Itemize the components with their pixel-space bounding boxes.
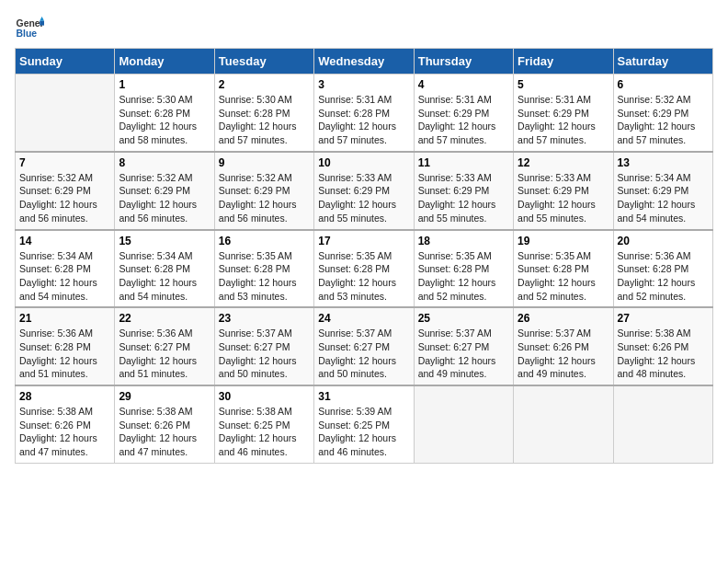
day-number: 17 — [318, 235, 409, 247]
header-wednesday: Wednesday — [314, 49, 414, 75]
day-info: Sunrise: 5:39 AMSunset: 6:25 PMDaylight:… — [318, 405, 409, 459]
day-number: 26 — [518, 312, 609, 325]
calendar-cell: 1Sunrise: 5:30 AMSunset: 6:28 PMDaylight… — [115, 75, 214, 152]
calendar-cell: 8Sunrise: 5:32 AMSunset: 6:29 PMDaylight… — [115, 152, 214, 230]
calendar-cell: 14Sunrise: 5:34 AMSunset: 6:28 PMDayligh… — [16, 230, 115, 308]
day-info: Sunrise: 5:33 AMSunset: 6:29 PMDaylight:… — [418, 171, 509, 225]
day-info: Sunrise: 5:33 AMSunset: 6:29 PMDaylight:… — [518, 171, 609, 225]
calendar-cell: 5Sunrise: 5:31 AMSunset: 6:29 PMDaylight… — [514, 75, 613, 152]
day-number: 27 — [618, 312, 709, 325]
calendar-cell: 21Sunrise: 5:36 AMSunset: 6:28 PMDayligh… — [16, 307, 115, 385]
calendar-cell: 13Sunrise: 5:34 AMSunset: 6:29 PMDayligh… — [613, 152, 712, 230]
day-info: Sunrise: 5:33 AMSunset: 6:29 PMDaylight:… — [318, 171, 409, 225]
day-number: 7 — [19, 156, 110, 169]
calendar-cell: 4Sunrise: 5:31 AMSunset: 6:29 PMDaylight… — [414, 75, 513, 152]
day-number: 14 — [19, 235, 110, 247]
day-number: 8 — [119, 156, 210, 169]
day-number: 24 — [318, 312, 409, 325]
day-info: Sunrise: 5:35 AMSunset: 6:28 PMDaylight:… — [418, 249, 509, 304]
logo-icon: General Blue — [15, 15, 44, 40]
calendar-cell: 9Sunrise: 5:32 AMSunset: 6:29 PMDaylight… — [214, 152, 313, 230]
calendar-table: SundayMondayTuesdayWednesdayThursdayFrid… — [15, 48, 713, 464]
day-info: Sunrise: 5:32 AMSunset: 6:29 PMDaylight:… — [618, 93, 709, 147]
week-row-3: 14Sunrise: 5:34 AMSunset: 6:28 PMDayligh… — [16, 230, 713, 308]
header-friday: Friday — [514, 49, 613, 75]
header-saturday: Saturday — [613, 49, 712, 75]
day-info: Sunrise: 5:37 AMSunset: 6:27 PMDaylight:… — [318, 327, 409, 381]
week-row-4: 21Sunrise: 5:36 AMSunset: 6:28 PMDayligh… — [16, 307, 713, 385]
day-number: 1 — [119, 78, 210, 91]
day-info: Sunrise: 5:35 AMSunset: 6:28 PMDaylight:… — [318, 249, 409, 304]
day-number: 19 — [518, 235, 609, 247]
day-info: Sunrise: 5:34 AMSunset: 6:29 PMDaylight:… — [618, 171, 709, 225]
calendar-cell: 2Sunrise: 5:30 AMSunset: 6:28 PMDaylight… — [214, 75, 313, 152]
calendar-cell: 12Sunrise: 5:33 AMSunset: 6:29 PMDayligh… — [514, 152, 613, 230]
day-number: 2 — [219, 78, 310, 91]
day-number: 21 — [19, 312, 110, 325]
day-number: 31 — [318, 390, 409, 403]
day-info: Sunrise: 5:36 AMSunset: 6:28 PMDaylight:… — [19, 327, 110, 381]
day-number: 5 — [518, 78, 609, 91]
day-info: Sunrise: 5:37 AMSunset: 6:27 PMDaylight:… — [219, 327, 310, 381]
day-info: Sunrise: 5:36 AMSunset: 6:27 PMDaylight:… — [119, 327, 210, 381]
svg-marker-3 — [40, 21, 44, 26]
calendar-cell: 6Sunrise: 5:32 AMSunset: 6:29 PMDaylight… — [613, 75, 712, 152]
day-number: 16 — [219, 235, 310, 247]
day-info: Sunrise: 5:38 AMSunset: 6:25 PMDaylight:… — [219, 405, 310, 459]
header-thursday: Thursday — [414, 49, 513, 75]
day-info: Sunrise: 5:34 AMSunset: 6:28 PMDaylight:… — [119, 249, 210, 304]
calendar-header-row: SundayMondayTuesdayWednesdayThursdayFrid… — [16, 49, 713, 75]
day-number: 10 — [318, 156, 409, 169]
day-number: 6 — [618, 78, 709, 91]
calendar-cell: 31Sunrise: 5:39 AMSunset: 6:25 PMDayligh… — [314, 385, 414, 463]
day-number: 23 — [219, 312, 310, 325]
calendar-cell: 30Sunrise: 5:38 AMSunset: 6:25 PMDayligh… — [214, 385, 313, 463]
header-tuesday: Tuesday — [214, 49, 313, 75]
calendar-cell: 18Sunrise: 5:35 AMSunset: 6:28 PMDayligh… — [414, 230, 513, 308]
calendar-cell — [16, 75, 115, 152]
calendar-cell: 20Sunrise: 5:36 AMSunset: 6:28 PMDayligh… — [613, 230, 712, 308]
day-number: 15 — [119, 235, 210, 247]
week-row-5: 28Sunrise: 5:38 AMSunset: 6:26 PMDayligh… — [16, 385, 713, 463]
calendar-cell: 28Sunrise: 5:38 AMSunset: 6:26 PMDayligh… — [16, 385, 115, 463]
day-info: Sunrise: 5:37 AMSunset: 6:27 PMDaylight:… — [418, 327, 509, 381]
day-info: Sunrise: 5:31 AMSunset: 6:29 PMDaylight:… — [418, 93, 509, 147]
day-number: 28 — [19, 390, 110, 403]
day-number: 13 — [618, 156, 709, 169]
calendar-cell: 7Sunrise: 5:32 AMSunset: 6:29 PMDaylight… — [16, 152, 115, 230]
day-info: Sunrise: 5:32 AMSunset: 6:29 PMDaylight:… — [219, 171, 310, 225]
day-info: Sunrise: 5:30 AMSunset: 6:28 PMDaylight:… — [219, 93, 310, 147]
calendar-cell: 27Sunrise: 5:38 AMSunset: 6:26 PMDayligh… — [613, 307, 712, 385]
day-number: 20 — [618, 235, 709, 247]
calendar-cell: 16Sunrise: 5:35 AMSunset: 6:28 PMDayligh… — [214, 230, 313, 308]
calendar-cell: 24Sunrise: 5:37 AMSunset: 6:27 PMDayligh… — [314, 307, 414, 385]
week-row-2: 7Sunrise: 5:32 AMSunset: 6:29 PMDaylight… — [16, 152, 713, 230]
header-monday: Monday — [115, 49, 214, 75]
day-number: 3 — [318, 78, 409, 91]
header-sunday: Sunday — [16, 49, 115, 75]
day-info: Sunrise: 5:38 AMSunset: 6:26 PMDaylight:… — [119, 405, 210, 459]
day-info: Sunrise: 5:36 AMSunset: 6:28 PMDaylight:… — [618, 249, 709, 304]
day-info: Sunrise: 5:31 AMSunset: 6:29 PMDaylight:… — [518, 93, 609, 147]
calendar-cell: 25Sunrise: 5:37 AMSunset: 6:27 PMDayligh… — [414, 307, 513, 385]
calendar-cell: 3Sunrise: 5:31 AMSunset: 6:28 PMDaylight… — [314, 75, 414, 152]
day-info: Sunrise: 5:30 AMSunset: 6:28 PMDaylight:… — [119, 93, 210, 147]
calendar-cell: 29Sunrise: 5:38 AMSunset: 6:26 PMDayligh… — [115, 385, 214, 463]
calendar-cell: 22Sunrise: 5:36 AMSunset: 6:27 PMDayligh… — [115, 307, 214, 385]
day-number: 30 — [219, 390, 310, 403]
day-number: 9 — [219, 156, 310, 169]
day-number: 12 — [518, 156, 609, 169]
day-number: 29 — [119, 390, 210, 403]
day-number: 4 — [418, 78, 509, 91]
header: General Blue — [15, 15, 713, 40]
calendar-cell — [414, 385, 513, 463]
day-number: 22 — [119, 312, 210, 325]
calendar-cell: 26Sunrise: 5:37 AMSunset: 6:26 PMDayligh… — [514, 307, 613, 385]
day-info: Sunrise: 5:37 AMSunset: 6:26 PMDaylight:… — [518, 327, 609, 381]
day-info: Sunrise: 5:35 AMSunset: 6:28 PMDaylight:… — [518, 249, 609, 304]
week-row-1: 1Sunrise: 5:30 AMSunset: 6:28 PMDaylight… — [16, 75, 713, 152]
day-info: Sunrise: 5:35 AMSunset: 6:28 PMDaylight:… — [219, 249, 310, 304]
day-number: 25 — [418, 312, 509, 325]
calendar-cell: 15Sunrise: 5:34 AMSunset: 6:28 PMDayligh… — [115, 230, 214, 308]
calendar-cell: 10Sunrise: 5:33 AMSunset: 6:29 PMDayligh… — [314, 152, 414, 230]
